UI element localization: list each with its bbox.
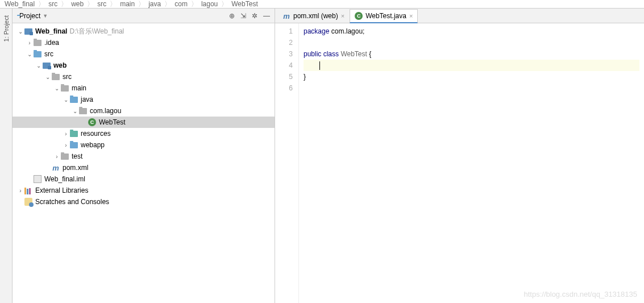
chevron-down-icon[interactable]: ⌄ [26,51,33,57]
tree-item[interactable]: ⌄java [13,94,275,105]
breadcrumb-segment[interactable]: WebTest [231,0,257,8]
tree-item-label: main [72,84,86,92]
breadcrumb-segment[interactable]: Web_final [5,0,35,8]
code-line[interactable]: public class WebTest { [304,48,639,60]
breadcrumb-segment[interactable]: src [97,0,106,8]
tree-item-label: com.lagou [90,107,121,115]
gear-icon[interactable]: ✲ [252,12,257,20]
project-tree[interactable]: ⌄Web_finalD:\音乐\Web_final›.idea⌄src⌄web⌄… [13,23,275,303]
maven-icon: m [51,163,60,172]
tree-item-path: D:\音乐\Web_final [69,27,124,36]
chevron-right-icon[interactable]: › [53,153,60,160]
chevron-down-icon[interactable]: ⌄ [44,74,51,80]
tree-item-label: External Libraries [35,186,88,194]
tree-item[interactable]: ›External Libraries [13,185,275,196]
chevron-down-icon[interactable]: ⌄ [72,108,78,114]
tree-item[interactable]: ›webapp [13,139,275,151]
library-icon [24,186,33,195]
breadcrumb-segment[interactable]: main [120,0,135,8]
tree-item-label: Web_final.iml [44,175,85,183]
tree-item-label: webapp [81,141,105,149]
chevron-down-icon[interactable]: ⌄ [17,28,24,35]
tree-item-label: src [44,50,53,58]
project-panel-title: Project [19,12,40,20]
line-gutter: 123456 [275,23,299,303]
code-line[interactable]: package com.lagou; [304,26,639,37]
chevron-down-icon[interactable]: ⌄ [53,85,60,92]
breadcrumb-segment[interactable]: web [71,0,84,8]
tree-item-label: resources [81,130,111,138]
tree-item-label: Web_final [35,27,67,35]
tree-item[interactable]: ⌄src [13,71,275,82]
tree-item[interactable]: ›test [13,151,275,162]
tree-item[interactable]: ›.idea [13,37,275,48]
breadcrumb-segment[interactable]: src [48,0,57,8]
chevron-down-icon[interactable]: ▼ [43,13,48,19]
editor-tab[interactable]: CWebTest.java× [350,9,418,23]
tree-item[interactable]: Scratches and Consoles [13,196,275,207]
module-icon [24,27,33,36]
project-panel-header: Project ▼ ⊕ ⇲ ✲ — [13,9,275,23]
tree-item[interactable]: ⌄Web_finalD:\音乐\Web_final [13,26,275,37]
close-icon[interactable]: × [409,13,413,19]
hide-icon[interactable]: — [263,12,270,20]
chevron-right-icon[interactable]: › [63,142,69,148]
tree-item-label: web [53,61,67,69]
folder-icon [78,106,88,115]
editor-tab[interactable]: mpom.xml (web)× [277,9,350,23]
tree-item-label: java [81,96,93,103]
chevron-right-icon[interactable]: › [17,188,24,194]
code-line[interactable] [304,82,639,94]
tree-item[interactable]: ⌄main [13,82,275,94]
editor-panel: mpom.xml (web)×CWebTest.java× 123456 pac… [275,9,644,303]
target-icon[interactable]: ⊕ [229,12,235,20]
class-icon: C [355,12,363,20]
breadcrumb-segment[interactable]: java [148,0,161,8]
chevron-right-icon[interactable]: › [63,131,69,137]
close-icon[interactable]: × [341,13,344,19]
folder-icon [69,129,78,138]
tree-item-label: src [63,73,72,81]
tree-item-label: WebTest [99,118,125,126]
tree-item[interactable]: mpom.xml [13,162,275,173]
maven-icon: m [282,12,290,20]
folder-icon [33,49,42,59]
tree-item[interactable]: ⌄com.lagou [13,105,275,117]
tree-item-label: pom.xml [63,164,88,172]
collapse-icon[interactable]: ⇲ [240,12,246,20]
editor-tabs: mpom.xml (web)×CWebTest.java× [275,9,644,23]
tree-item-label: test [72,152,82,160]
tree-item[interactable]: ⌄web [13,60,275,71]
project-tool-tab[interactable]: 1: Project [3,13,10,44]
breadcrumb: Web_final〉src〉web〉src〉main〉java〉com〉lago… [0,0,644,8]
tree-item-label: Scratches and Consoles [35,198,109,206]
chevron-down-icon[interactable]: ⌄ [63,97,69,103]
folder-icon [69,140,78,150]
breadcrumb-segment[interactable]: com [174,0,188,8]
code-content[interactable]: package com.lagou;public class WebTest {… [299,23,644,303]
chevron-right-icon[interactable]: › [26,40,33,46]
code-editor[interactable]: 123456 package com.lagou;public class We… [275,23,644,303]
editor-tab-label: pom.xml (web) [293,12,338,20]
tree-item[interactable]: ⌄src [13,48,275,60]
tree-item[interactable]: ›resources [13,128,275,139]
code-line[interactable]: } [304,71,639,82]
module-icon [42,61,51,70]
code-line[interactable] [304,60,639,71]
folder-icon [33,38,42,47]
folder-icon [69,95,78,104]
breadcrumb-segment[interactable]: lagou [201,0,218,8]
editor-tab-label: WebTest.java [365,12,406,20]
project-panel: Project ▼ ⊕ ⇲ ✲ — ⌄Web_finalD:\音乐\Web_fi… [13,9,275,303]
iml-icon [33,175,42,184]
tree-item[interactable]: Web_final.iml [13,173,275,185]
code-line[interactable] [304,37,639,48]
tool-window-bar-left: 1: Project [0,9,13,303]
watermark: https://blog.csdn.net/qq_31318135 [524,290,638,298]
class-icon: C [88,118,97,127]
tree-item-label: .idea [44,39,59,47]
tree-item[interactable]: CWebTest [13,117,275,128]
folder-icon [51,72,60,81]
chevron-down-icon[interactable]: ⌄ [35,63,42,69]
folder-icon [60,84,69,93]
